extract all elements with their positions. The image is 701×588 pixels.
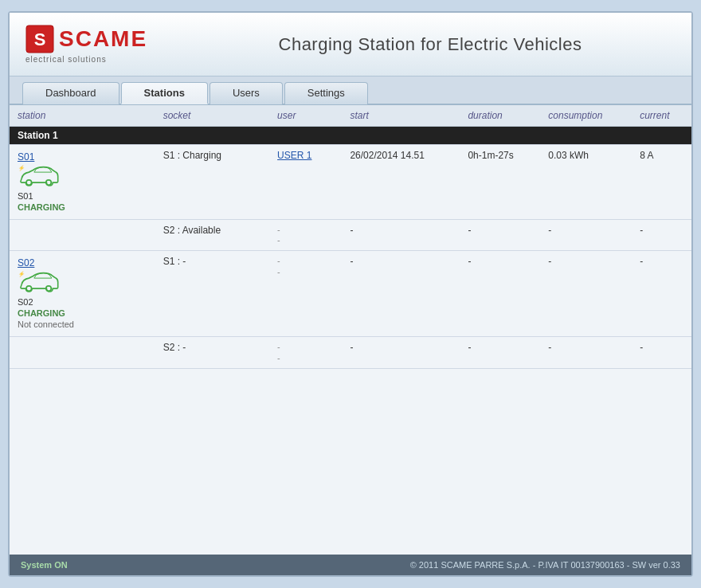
station-cell-s02: S02 ⚡ S02 CHARGING [10,251,155,337]
duration-s01-2: - [460,220,540,251]
nav-tabs: Dashboard Stations Users Settings [10,76,691,105]
consumption-s02-2: - [540,337,632,368]
current-s01-2: - [632,220,691,251]
station-group-1: Station 1 [10,127,691,145]
copyright: © 2011 SCAME PARRE S.p.A. - P.IVA IT 001… [410,560,680,570]
socket-s01-1: S1 : Charging [155,145,269,220]
station-link-s02[interactable]: S02 [18,257,34,269]
station-link-s01[interactable]: S01 [18,151,34,163]
socket-s02-1: S1 : - [155,251,269,337]
tab-users[interactable]: Users [210,82,283,104]
duration-s02-1: - [460,251,540,337]
user-s02-1: - - [269,251,342,337]
col-user: user [269,105,342,127]
footer: System ON © 2011 SCAME PARRE S.p.A. - P.… [10,555,691,575]
station-status-s02: CHARGING [18,308,65,318]
socket-s01-2: S2 : Available [155,220,269,251]
stations-table: station socket user start duration consu… [10,105,691,369]
table-header-row: station socket user start duration consu… [10,105,691,127]
socket-s02-2: S2 : - [155,337,269,368]
svg-text:S: S [34,29,46,49]
user-s02-2: - - [269,337,342,368]
tab-settings[interactable]: Settings [284,82,368,104]
consumption-s01-1: 0.03 kWh [540,145,632,220]
svg-point-5 [26,286,32,292]
user-s01-2: - - [269,220,342,251]
svg-text:⚡: ⚡ [18,165,25,172]
start-s02-1: - [342,251,460,337]
main-content: station socket user start duration consu… [10,105,691,555]
table-row: S2 : Available - - - - - - [10,220,691,251]
consumption-s02-1: - [540,251,632,337]
logo-sub: electrical solutions [25,55,107,64]
svg-point-2 [26,180,32,186]
start-s02-2: - [342,337,460,368]
svg-text:⚡: ⚡ [18,271,25,278]
logo-text: SCAME [59,26,147,52]
station-id-s02: S02 [18,297,33,307]
table-row: S01 ⚡ [10,145,691,220]
start-s01-2: - [342,220,460,251]
user-link-s01[interactable]: USER 1 [277,150,311,161]
station-cell-empty-1 [10,220,155,251]
col-duration: duration [460,105,540,127]
logo-area: S SCAME electrical solutions [25,25,185,64]
car-icon-s02: ⚡ [18,269,59,294]
duration-s01-1: 0h-1m-27s [460,145,540,220]
header: S SCAME electrical solutions Charging St… [10,13,691,76]
user-s01-1: USER 1 [269,145,342,220]
station-status-sub-s02: Not connected [18,319,74,329]
scame-logo-icon: S [25,25,54,53]
page-title: Charging Station for Electric Vehicles [185,34,676,55]
current-s02-2: - [632,337,691,368]
col-station: station [10,105,155,127]
current-s01-1: 8 A [632,145,691,220]
station-id-s01: S01 [18,191,33,201]
tab-dashboard[interactable]: Dashboard [22,82,119,104]
system-status: System ON [21,560,68,570]
car-icon-s01: ⚡ [18,163,59,188]
current-s02-1: - [632,251,691,337]
col-consumption: consumption [540,105,632,127]
col-socket: socket [155,105,269,127]
col-start: start [342,105,460,127]
col-current: current [632,105,691,127]
consumption-s01-2: - [540,220,632,251]
station-group-label: Station 1 [10,127,691,145]
station-cell-empty-2 [10,337,155,368]
table-row: S2 : - - - - - - - [10,337,691,368]
table-row: S02 ⚡ S02 CHARGING [10,251,691,337]
station-cell-s01: S01 ⚡ [10,145,155,220]
tab-stations[interactable]: Stations [121,82,208,104]
start-s01-1: 26/02/2014 14.51 [342,145,460,220]
duration-s02-2: - [460,337,540,368]
station-status-s01: CHARGING [18,202,65,212]
